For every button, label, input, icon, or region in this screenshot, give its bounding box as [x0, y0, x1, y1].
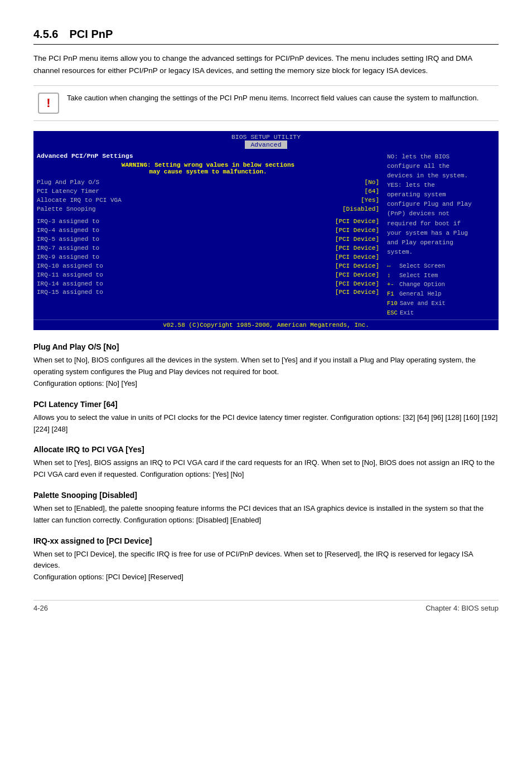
bios-section-header: Advanced PCI/PnP Settings: [37, 152, 379, 159]
bios-irq-key: IRQ-5 assigned to: [37, 235, 335, 244]
key-label: General Help: [399, 289, 442, 299]
key-label: Save and Exit: [400, 299, 446, 308]
warning-text: Take caution when changing the settings …: [67, 93, 478, 104]
bios-key-binding: +-Change Option: [387, 280, 495, 289]
bios-setting-row: Plug And Play O/S[No]: [37, 178, 379, 187]
warning-icon: !: [38, 93, 59, 114]
bios-val: [64]: [365, 187, 379, 196]
key-label: Select Screen: [399, 262, 445, 271]
bios-desc-line: your system has a Plug: [387, 229, 495, 238]
bios-left-panel: Advanced PCI/PnP Settings WARNING: Setti…: [37, 152, 379, 317]
subsection-body: When set to [PCI Device], the specific I…: [33, 549, 499, 583]
subsection-title: Allocate IRQ to PCI VGA [Yes]: [33, 445, 499, 454]
bios-key-binding: ESCExit: [387, 308, 495, 318]
bios-irq-key: IRQ-4 assigned to: [37, 226, 335, 235]
bios-irq-val: [PCI Device]: [335, 271, 379, 280]
bios-setting-row: PCI Latency Timer[64]: [37, 187, 379, 196]
key-label: Change Option: [399, 280, 445, 289]
key-icon: +-: [387, 280, 397, 289]
bios-key: Palette Snooping: [37, 205, 342, 214]
bios-tab[interactable]: Advanced: [245, 141, 287, 149]
subsection-body: When set to [Enabled], the palette snoop…: [33, 503, 499, 526]
subsection-title: IRQ-xx assigned to [PCI Device]: [33, 536, 499, 545]
bios-irq-row: IRQ-15 assigned to[PCI Device]: [37, 288, 379, 297]
bios-irq-val: [PCI Device]: [335, 217, 379, 226]
bios-irq-val: [PCI Device]: [335, 288, 379, 297]
bios-irq-key: IRQ-9 assigned to: [37, 253, 335, 262]
bios-irq-row: IRQ-7 assigned to[PCI Device]: [37, 244, 379, 253]
bios-desc-line: operating system: [387, 190, 495, 200]
bios-desc-line: (PnP) devices not: [387, 209, 495, 219]
bios-desc-line: NO: lets the BIOS: [387, 152, 495, 162]
subsection-plug-and-play: Plug And Play O/S [No]When set to [No], …: [33, 342, 499, 389]
intro-paragraph: The PCI PnP menu items allow you to chan…: [33, 52, 499, 76]
bios-irq-val: [PCI Device]: [335, 253, 379, 262]
bios-irq-row: IRQ-5 assigned to[PCI Device]: [37, 235, 379, 244]
section-title: PCI PnP: [69, 28, 113, 40]
bios-desc-line: and Play operating: [387, 238, 495, 248]
bios-irq-val: [PCI Device]: [335, 280, 379, 289]
key-icon: ↕: [387, 271, 397, 280]
footer-right: Chapter 4: BIOS setup: [425, 604, 499, 612]
bios-irq-key: IRQ-15 assigned to: [37, 288, 335, 297]
bios-irq-key: IRQ-10 assigned to: [37, 262, 335, 271]
bios-irq-key: IRQ-14 assigned to: [37, 280, 335, 289]
subsection-title: PCI Latency Timer [64]: [33, 400, 499, 409]
key-icon: F1: [387, 289, 397, 299]
bios-irq-row: IRQ-11 assigned to[PCI Device]: [37, 271, 379, 280]
subsections-container: Plug And Play O/S [No]When set to [No], …: [33, 342, 499, 583]
key-icon: ESC: [387, 308, 398, 318]
bios-irq-key: IRQ-11 assigned to: [37, 271, 335, 280]
bios-irq-list: IRQ-3 assigned to[PCI Device]IRQ-4 assig…: [37, 217, 379, 297]
subsection-pci-latency-timer: PCI Latency Timer [64]Allows you to sele…: [33, 400, 499, 435]
bios-warning: WARNING: Setting wrong values in below s…: [37, 162, 379, 175]
subsection-body: When set to [Yes], BIOS assigns an IRQ t…: [33, 457, 499, 481]
key-label: Select Item: [399, 271, 438, 280]
bios-irq-row: IRQ-14 assigned to[PCI Device]: [37, 280, 379, 289]
section-title-row: 4.5.6PCI PnP: [33, 28, 499, 45]
bios-right-keys: ↔Select Screen↕Select Item+-Change Optio…: [387, 262, 495, 318]
subsection-body: When set to [No], BIOS configures all th…: [33, 355, 499, 389]
bios-footer: v02.58 (C)Copyright 1985-2006, American …: [33, 320, 499, 330]
bios-irq-row: IRQ-3 assigned to[PCI Device]: [37, 217, 379, 226]
bios-key: Allocate IRQ to PCI VGA: [37, 196, 361, 205]
bios-irq-val: [PCI Device]: [335, 235, 379, 244]
subsection-irq-assigned: IRQ-xx assigned to [PCI Device]When set …: [33, 536, 499, 583]
subsection-title: Palette Snooping [Disabled]: [33, 491, 499, 500]
bios-irq-row: IRQ-10 assigned to[PCI Device]: [37, 262, 379, 271]
bios-key-binding: ↕Select Item: [387, 271, 495, 280]
bios-val: [No]: [365, 178, 379, 187]
bios-irq-val: [PCI Device]: [335, 262, 379, 271]
bios-key-binding: F1General Help: [387, 289, 495, 299]
bios-desc-line: configure all the: [387, 162, 495, 171]
key-icon: F10: [387, 299, 398, 308]
page-footer: 4-26 Chapter 4: BIOS setup: [33, 600, 499, 612]
bios-key-binding: ↔Select Screen: [387, 262, 495, 271]
bios-irq-key: IRQ-3 assigned to: [37, 217, 335, 226]
bios-irq-row: IRQ-9 assigned to[PCI Device]: [37, 253, 379, 262]
bios-irq-key: IRQ-7 assigned to: [37, 244, 335, 253]
bios-irq-row: IRQ-4 assigned to[PCI Device]: [37, 226, 379, 235]
bios-right-panel: NO: lets the BIOSconfigure all thedevice…: [384, 152, 495, 317]
bios-screen: BIOS SETUP UTILITY Advanced Advanced PCI…: [33, 131, 499, 330]
bios-key: Plug And Play O/S: [37, 178, 365, 187]
subsection-allocate-irq: Allocate IRQ to PCI VGA [Yes]When set to…: [33, 445, 499, 481]
bios-setting-row: Allocate IRQ to PCI VGA[Yes]: [37, 196, 379, 205]
footer-left: 4-26: [33, 604, 48, 612]
bios-val: [Disabled]: [342, 205, 379, 214]
bios-val: [Yes]: [361, 196, 379, 205]
bios-desc-line: devices in the system.: [387, 171, 495, 181]
bios-key: PCI Latency Timer: [37, 187, 365, 196]
bios-irq-val: [PCI Device]: [335, 226, 379, 235]
bios-desc-line: configure Plug and Play: [387, 200, 495, 209]
bios-key-binding: F10Save and Exit: [387, 299, 495, 308]
key-label: Exit: [400, 308, 414, 318]
bios-desc-line: required for boot if: [387, 219, 495, 229]
bios-irq-val: [PCI Device]: [335, 244, 379, 253]
subsection-body: Allows you to select the value in units …: [33, 412, 499, 435]
bios-title-text: BIOS SETUP UTILITY: [231, 133, 301, 141]
bios-setting-row: Palette Snooping[Disabled]: [37, 205, 379, 214]
bios-title-bar: BIOS SETUP UTILITY Advanced: [33, 131, 499, 150]
section-number: 4.5.6: [33, 28, 58, 40]
key-icon: ↔: [387, 262, 397, 271]
